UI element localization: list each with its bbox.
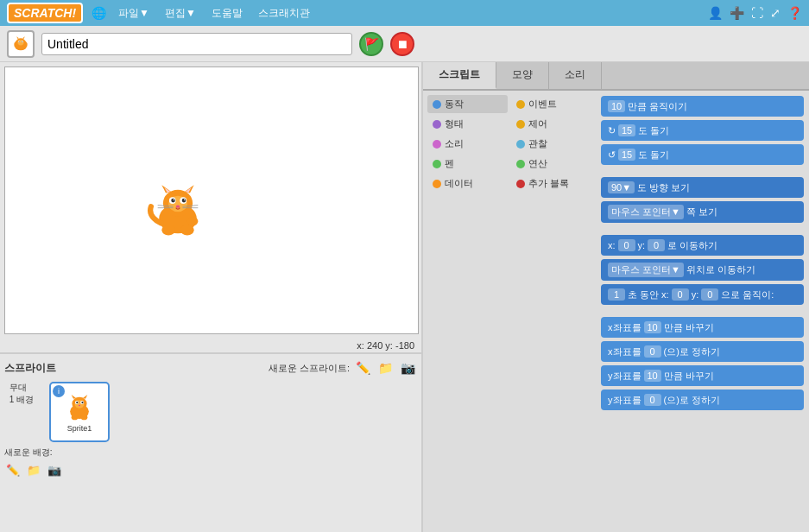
sprite-item[interactable]: i — [49, 382, 110, 442]
svg-point-6 — [22, 41, 22, 41]
svg-point-28 — [180, 225, 194, 235]
block-change-x-label: x좌표를 — [608, 321, 642, 334]
cat-sensing[interactable]: 관찰 — [511, 135, 591, 153]
menu-file[interactable]: 파일▼ — [115, 4, 153, 22]
paint-sprite-button[interactable]: ✏️ — [353, 358, 372, 377]
turn-right-icon: ↻ — [608, 125, 616, 136]
sprite-list: i — [49, 382, 110, 442]
turn-left-icon: ↺ — [608, 149, 616, 161]
svg-point-39 — [79, 404, 80, 406]
spacer-1 — [601, 168, 804, 174]
block-glide[interactable]: 1 초 동안 x: 0 y: 0 으로 움직이: — [601, 284, 804, 305]
spacer-3 — [601, 308, 804, 314]
block-glide-secs-value: 1 — [608, 288, 625, 301]
spacer-2 — [601, 226, 804, 231]
account-icon[interactable]: 👤 — [708, 6, 723, 20]
sprite-info-badge[interactable]: i — [53, 385, 65, 397]
block-set-x-suffix: (으)로 정하기 — [664, 345, 720, 358]
toolbar: 🚩 ⏹ — [0, 26, 809, 62]
green-flag-button[interactable]: 🚩 — [359, 32, 383, 56]
menu-help[interactable]: 도움말 — [208, 4, 246, 22]
cat-operators[interactable]: 연산 — [511, 155, 591, 173]
cat-events-dot — [516, 100, 525, 109]
block-set-y-value: 0 — [644, 394, 661, 406]
add-icon[interactable]: ➕ — [730, 6, 744, 20]
cat-control[interactable]: 제어 — [511, 115, 591, 133]
block-move-steps[interactable]: 10 만큼 움직이기 — [601, 96, 804, 117]
block-move-label: 만큼 움직이기 — [628, 100, 687, 113]
backdrop-area: 새로운 배경: ✏️ 📁 📷 — [4, 446, 417, 478]
fullscreen-icon[interactable]: ⛶ — [751, 6, 763, 20]
block-turn-right-label: 도 돌기 — [638, 124, 669, 137]
block-point-label: 도 방향 보기 — [637, 181, 690, 194]
cat-data[interactable]: 데이터 — [427, 174, 508, 193]
block-change-y[interactable]: y좌표를 10 만큼 바꾸기 — [601, 365, 804, 386]
upload-sprite-button[interactable]: 📁 — [376, 358, 395, 377]
sprite-icon — [62, 392, 97, 422]
svg-point-5 — [19, 41, 20, 41]
cat-data-label: 데이터 — [445, 177, 473, 190]
svg-marker-33 — [72, 395, 76, 399]
language-icon[interactable]: 🌐 — [92, 6, 106, 20]
tab-costumes[interactable]: 모양 — [496, 62, 549, 89]
cat-data-dot — [433, 180, 441, 188]
sprite-thumbnail-small — [7, 30, 35, 58]
block-goto-target[interactable]: 마우스 포인터▼ 위치로 이동하기 — [601, 259, 804, 281]
cat-pen[interactable]: 펜 — [427, 155, 508, 173]
cat-sound-dot — [433, 140, 441, 149]
block-set-x[interactable]: x좌표를 0 (으)로 정하기 — [601, 341, 804, 362]
cat-sound-label: 소리 — [445, 137, 464, 150]
stop-button[interactable]: ⏹ — [390, 32, 414, 56]
camera-backdrop-button[interactable]: 📷 — [46, 461, 63, 478]
block-point-value: 90▼ — [608, 181, 635, 193]
svg-point-27 — [161, 225, 175, 235]
blocks-tabs: 스크립트 모양 소리 — [423, 62, 809, 91]
stage-area: x: 240 y: -180 스프라이트 새로운 스프라이트: ✏️ 📁 📷 — [0, 62, 423, 532]
block-change-x[interactable]: x좌표를 10 만큼 바꾸기 — [601, 317, 804, 338]
cat-moreblocks-dot — [516, 180, 525, 188]
resize-icon[interactable]: ⤢ — [770, 6, 781, 20]
camera-sprite-button[interactable]: 📷 — [398, 358, 417, 377]
block-goto-y-label: y: — [638, 240, 646, 250]
sprite-panel-header: 스프라이트 새로운 스프라이트: ✏️ 📁 📷 — [4, 358, 417, 377]
cat-looks[interactable]: 형태 — [427, 115, 508, 133]
svg-point-21 — [184, 200, 186, 201]
tab-sounds[interactable]: 소리 — [549, 62, 602, 89]
cat-sound[interactable]: 소리 — [427, 135, 508, 153]
svg-point-20 — [174, 200, 175, 201]
stage-info: 무대 1 배경 — [9, 382, 34, 406]
menu-scratch[interactable]: 스크래치관 — [255, 4, 313, 22]
scratch-logo: SCRATCH! — [7, 3, 83, 23]
cat-moreblocks-label: 추가 블록 — [528, 177, 569, 190]
block-towards-value: 마우스 포인터▼ — [608, 205, 684, 219]
svg-point-18 — [171, 199, 175, 203]
help-icon[interactable]: ❓ — [787, 6, 802, 20]
cat-events[interactable]: 이벤트 — [511, 95, 591, 113]
cat-motion[interactable]: 동작 — [427, 95, 508, 113]
cat-looks-dot — [433, 120, 441, 129]
project-name-input[interactable] — [41, 33, 352, 55]
block-set-y-suffix: (으)로 정하기 — [664, 394, 720, 407]
stage-label: 무대 — [9, 382, 34, 394]
paint-backdrop-button[interactable]: ✏️ — [4, 461, 22, 478]
sprite-panel-label: 스프라이트 — [4, 361, 56, 376]
block-set-y[interactable]: y좌표를 0 (으)로 정하기 — [601, 390, 804, 410]
cat-moreblocks[interactable]: 추가 블록 — [511, 174, 591, 193]
block-point-towards[interactable]: 마우스 포인터▼ 쪽 보기 — [601, 201, 804, 223]
block-turn-right[interactable]: ↻ 15 도 돌기 — [601, 120, 804, 141]
block-goto-x-label: x: — [608, 240, 616, 250]
stage-canvas — [4, 66, 419, 334]
block-turn-left[interactable]: ↺ 15 도 돌기 — [601, 144, 804, 165]
main-area: x: 240 y: -180 스프라이트 새로운 스프라이트: ✏️ 📁 📷 — [0, 62, 809, 532]
cat-sprite — [143, 180, 212, 240]
tab-scripts[interactable]: 스크립트 — [423, 62, 496, 89]
svg-point-38 — [81, 401, 83, 402]
block-goto-xy[interactable]: x: 0 y: 0 로 이동하기 — [601, 235, 804, 256]
block-point-direction[interactable]: 90▼ 도 방향 보기 — [601, 177, 804, 198]
block-glide-label2: y: — [692, 289, 699, 300]
svg-marker-8 — [22, 36, 25, 39]
upload-backdrop-button[interactable]: 📁 — [25, 461, 42, 478]
block-glide-y-value: 0 — [701, 288, 718, 301]
block-goto-target-label: 위치로 이동하기 — [686, 263, 755, 276]
menu-edit[interactable]: 편집▼ — [161, 4, 199, 22]
